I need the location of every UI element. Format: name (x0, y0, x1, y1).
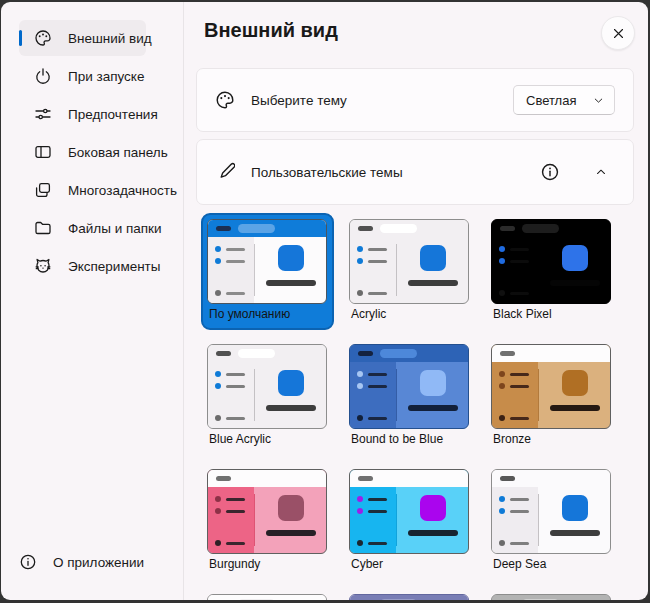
thumb-titlebar-pill (238, 349, 275, 358)
sidebar-item-about[interactable]: О приложении (19, 544, 146, 580)
theme-tile[interactable]: Burgundy (201, 463, 334, 580)
thumb-titlebar (208, 345, 326, 362)
sliders-icon (34, 105, 52, 123)
custom-themes-label: Пользовательские темы (251, 165, 403, 180)
thumb-folder-icon (562, 245, 588, 271)
thumb-titlebar-pill (522, 474, 559, 483)
page-title: Внешний вид (204, 19, 338, 42)
thumb-titlebar (208, 470, 326, 487)
thumb-text-dash (408, 530, 458, 536)
thumb-titlebar-pill (380, 599, 417, 600)
thumb-text-dash (550, 530, 600, 536)
theme-tile[interactable] (343, 588, 476, 600)
thumb-titlebar-dash (500, 226, 515, 231)
theme-tile[interactable]: Black Pixel (485, 213, 618, 330)
theme-tile[interactable]: Acrylic (343, 213, 476, 330)
theme-tile[interactable]: Blue Acrylic (201, 338, 334, 455)
sidebar-item[interactable]: Файлы и папки (19, 210, 146, 246)
thumb-titlebar (492, 470, 610, 487)
theme-name: Bound to be Blue (351, 432, 474, 446)
chevron-up-icon[interactable] (594, 165, 608, 179)
sidebar-item[interactable]: Предпочтения (19, 96, 146, 132)
info-icon (19, 553, 37, 571)
sidebar-item[interactable]: Боковая панель (19, 134, 146, 170)
thumb-titlebar (492, 345, 610, 362)
theme-name: Acrylic (351, 307, 474, 321)
thumb-titlebar (350, 470, 468, 487)
theme-thumbnail (207, 344, 327, 429)
thumb-titlebar-dash (358, 226, 373, 231)
thumb-titlebar-pill (522, 599, 559, 600)
thumb-folder-icon (420, 370, 446, 396)
thumb-body (208, 487, 326, 553)
thumb-titlebar-pill (380, 349, 417, 358)
theme-thumbnail (349, 344, 469, 429)
thumb-titlebar (492, 595, 610, 600)
thumb-sidebar (492, 237, 538, 303)
thumb-sidebar (208, 237, 254, 303)
theme-dropdown[interactable]: Светлая (513, 85, 615, 115)
thumb-body (492, 362, 610, 428)
sidebar-item-label: Боковая панель (68, 145, 168, 160)
sidebar-item-label: Файлы и папки (68, 221, 162, 236)
thumb-sidebar (492, 362, 538, 428)
theme-name: Burgundy (209, 557, 332, 571)
thumb-main (539, 237, 610, 303)
thumb-folder-icon (278, 495, 304, 521)
palette-icon (215, 90, 235, 110)
theme-select-card: Выберите тему Светлая (196, 68, 634, 132)
theme-select-label: Выберите тему (251, 93, 347, 108)
thumb-main (255, 487, 326, 553)
selection-accent-bar (19, 30, 22, 46)
thumb-titlebar-pill (238, 599, 275, 600)
thumb-folder-icon (420, 495, 446, 521)
thumb-titlebar (208, 220, 326, 237)
close-button[interactable] (601, 16, 635, 50)
theme-thumbnail (207, 594, 327, 600)
thumb-titlebar-dash (358, 351, 373, 356)
sidebar-item[interactable]: При запуске (19, 58, 146, 94)
theme-thumbnail (349, 469, 469, 554)
theme-tile[interactable]: Deep Sea (485, 463, 618, 580)
thumb-main (255, 237, 326, 303)
sidebar-nav: Внешний вид При запуске Предпочтения Бок… (1, 18, 183, 286)
custom-themes-card[interactable]: Пользовательские темы (196, 139, 634, 205)
theme-tile[interactable] (485, 588, 618, 600)
thumb-body (350, 237, 468, 303)
theme-tile[interactable]: По умолчанию (201, 213, 334, 330)
theme-tile[interactable]: Cyber (343, 463, 476, 580)
sidebar-item[interactable]: Эксперименты (19, 248, 146, 284)
thumb-text-dash (408, 280, 458, 286)
power-icon (34, 67, 52, 85)
thumb-titlebar-dash (216, 226, 231, 231)
theme-tile[interactable]: Bound to be Blue (343, 338, 476, 455)
sidebar: Внешний вид При запуске Предпочтения Бок… (1, 2, 184, 600)
thumb-titlebar-dash (500, 476, 515, 481)
sidebar-item-label: Многозадачность (68, 183, 177, 198)
close-icon (611, 26, 626, 41)
theme-name: Deep Sea (493, 557, 616, 571)
multitask-icon (34, 181, 52, 199)
theme-tile[interactable]: Bronze (485, 338, 618, 455)
thumb-sidebar (492, 487, 538, 553)
theme-name: Bronze (493, 432, 616, 446)
sidebar-item[interactable]: Внешний вид (19, 20, 146, 56)
thumb-titlebar-pill (522, 349, 559, 358)
sidebar-item[interactable]: Многозадачность (19, 172, 146, 208)
sidebar-item-label: Предпочтения (68, 107, 158, 122)
thumb-titlebar-pill (238, 224, 275, 233)
thumb-main (397, 362, 468, 428)
thumb-folder-icon (562, 495, 588, 521)
theme-thumbnail (491, 219, 611, 304)
thumb-sidebar (208, 487, 254, 553)
theme-dropdown-value: Светлая (526, 93, 576, 108)
theme-tile[interactable] (201, 588, 334, 600)
thumb-text-dash (550, 405, 600, 411)
thumb-main (539, 362, 610, 428)
thumb-sidebar (350, 362, 396, 428)
theme-thumbnail (349, 594, 469, 600)
thumb-folder-icon (278, 370, 304, 396)
info-button[interactable] (540, 162, 560, 182)
theme-name: Blue Acrylic (209, 432, 332, 446)
thumb-titlebar (208, 595, 326, 600)
